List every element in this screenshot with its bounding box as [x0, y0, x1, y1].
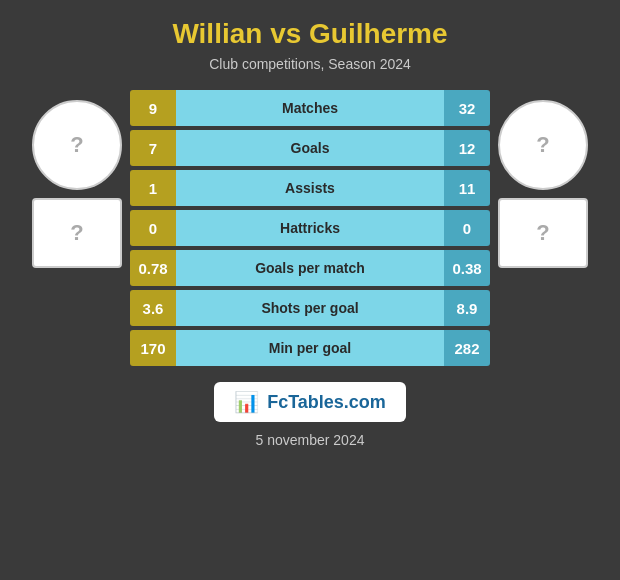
stat-right-value: 282: [444, 330, 490, 366]
stat-row: 7Goals12: [130, 130, 490, 166]
stat-row: 0Hattricks0: [130, 210, 490, 246]
stat-label: Goals per match: [255, 260, 365, 276]
stat-left-value: 170: [130, 330, 176, 366]
avatar-right-bottom-placeholder: ?: [536, 220, 549, 246]
stat-right-value: 11: [444, 170, 490, 206]
logo-icon: 📊: [234, 390, 259, 414]
stat-bar: Shots per goal: [176, 290, 444, 326]
stat-left-value: 9: [130, 90, 176, 126]
stat-bar: Assists: [176, 170, 444, 206]
stat-bar: Goals: [176, 130, 444, 166]
stat-right-value: 0: [444, 210, 490, 246]
stat-left-value: 0: [130, 210, 176, 246]
left-avatars: ? ?: [32, 100, 122, 268]
avatar-right-top: ?: [498, 100, 588, 190]
stat-row: 1Assists11: [130, 170, 490, 206]
page-title: Willian vs Guilherme: [172, 18, 447, 50]
page-subtitle: Club competitions, Season 2024: [209, 56, 411, 72]
logo-text: FcTables.com: [267, 392, 386, 413]
stats-table: 9Matches327Goals121Assists110Hattricks00…: [130, 90, 490, 366]
page-container: Willian vs Guilherme Club competitions, …: [0, 0, 620, 580]
stat-row: 3.6Shots per goal8.9: [130, 290, 490, 326]
stat-bar: Matches: [176, 90, 444, 126]
stat-right-value: 12: [444, 130, 490, 166]
stat-left-value: 0.78: [130, 250, 176, 286]
stat-left-value: 1: [130, 170, 176, 206]
avatar-left-bottom: ?: [32, 198, 122, 268]
stat-bar: Hattricks: [176, 210, 444, 246]
main-content: ? ? 9Matches327Goals121Assists110Hattric…: [10, 90, 610, 366]
date-label: 5 november 2024: [256, 432, 365, 448]
stat-left-value: 7: [130, 130, 176, 166]
avatar-left-top-placeholder: ?: [70, 132, 83, 158]
avatar-right-bottom: ?: [498, 198, 588, 268]
stat-row: 170Min per goal282: [130, 330, 490, 366]
stat-bar: Goals per match: [176, 250, 444, 286]
stat-right-value: 32: [444, 90, 490, 126]
stat-row: 0.78Goals per match0.38: [130, 250, 490, 286]
avatar-right-top-placeholder: ?: [536, 132, 549, 158]
stat-row: 9Matches32: [130, 90, 490, 126]
stat-left-value: 3.6: [130, 290, 176, 326]
stat-label: Goals: [291, 140, 330, 156]
stat-label: Min per goal: [269, 340, 351, 356]
avatar-left-bottom-placeholder: ?: [70, 220, 83, 246]
avatar-left-top: ?: [32, 100, 122, 190]
stat-label: Matches: [282, 100, 338, 116]
stat-label: Hattricks: [280, 220, 340, 236]
stat-right-value: 0.38: [444, 250, 490, 286]
logo-area: 📊 FcTables.com: [214, 382, 406, 422]
right-avatars: ? ?: [498, 100, 588, 268]
stat-label: Assists: [285, 180, 335, 196]
stat-bar: Min per goal: [176, 330, 444, 366]
stat-right-value: 8.9: [444, 290, 490, 326]
stat-label: Shots per goal: [261, 300, 358, 316]
